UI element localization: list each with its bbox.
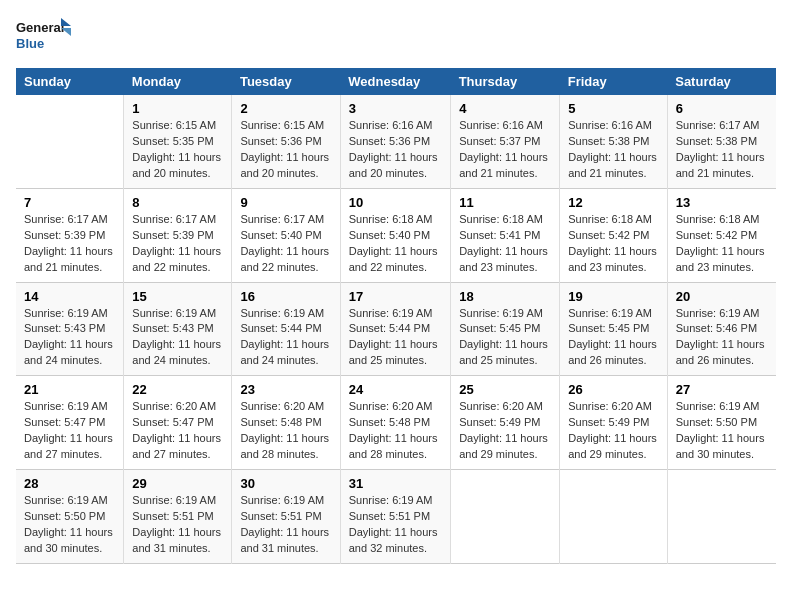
calendar-cell: 14Sunrise: 6:19 AM Sunset: 5:43 PM Dayli…: [16, 282, 124, 376]
calendar-cell: 24Sunrise: 6:20 AM Sunset: 5:48 PM Dayli…: [340, 376, 450, 470]
calendar-cell: 27Sunrise: 6:19 AM Sunset: 5:50 PM Dayli…: [667, 376, 776, 470]
calendar-cell: 26Sunrise: 6:20 AM Sunset: 5:49 PM Dayli…: [560, 376, 668, 470]
day-number: 17: [349, 289, 442, 304]
calendar-cell: 23Sunrise: 6:20 AM Sunset: 5:48 PM Dayli…: [232, 376, 340, 470]
day-number: 29: [132, 476, 223, 491]
calendar-cell: 9Sunrise: 6:17 AM Sunset: 5:40 PM Daylig…: [232, 188, 340, 282]
day-detail: Sunrise: 6:19 AM Sunset: 5:43 PM Dayligh…: [24, 306, 115, 370]
day-number: 21: [24, 382, 115, 397]
column-header-tuesday: Tuesday: [232, 68, 340, 95]
logo: GeneralBlue: [16, 16, 76, 56]
day-number: 5: [568, 101, 659, 116]
day-number: 6: [676, 101, 768, 116]
day-number: 31: [349, 476, 442, 491]
day-detail: Sunrise: 6:17 AM Sunset: 5:38 PM Dayligh…: [676, 118, 768, 182]
calendar-week-row: 21Sunrise: 6:19 AM Sunset: 5:47 PM Dayli…: [16, 376, 776, 470]
day-detail: Sunrise: 6:19 AM Sunset: 5:45 PM Dayligh…: [568, 306, 659, 370]
day-detail: Sunrise: 6:15 AM Sunset: 5:35 PM Dayligh…: [132, 118, 223, 182]
day-detail: Sunrise: 6:19 AM Sunset: 5:44 PM Dayligh…: [349, 306, 442, 370]
day-detail: Sunrise: 6:17 AM Sunset: 5:39 PM Dayligh…: [132, 212, 223, 276]
svg-text:Blue: Blue: [16, 36, 44, 51]
calendar-cell: 20Sunrise: 6:19 AM Sunset: 5:46 PM Dayli…: [667, 282, 776, 376]
day-detail: Sunrise: 6:20 AM Sunset: 5:48 PM Dayligh…: [240, 399, 331, 463]
day-detail: Sunrise: 6:20 AM Sunset: 5:48 PM Dayligh…: [349, 399, 442, 463]
calendar-week-row: 14Sunrise: 6:19 AM Sunset: 5:43 PM Dayli…: [16, 282, 776, 376]
calendar-cell: 22Sunrise: 6:20 AM Sunset: 5:47 PM Dayli…: [124, 376, 232, 470]
calendar-week-row: 1Sunrise: 6:15 AM Sunset: 5:35 PM Daylig…: [16, 95, 776, 188]
page-header: GeneralBlue: [16, 16, 776, 56]
day-number: 9: [240, 195, 331, 210]
calendar-cell: 25Sunrise: 6:20 AM Sunset: 5:49 PM Dayli…: [451, 376, 560, 470]
day-number: 8: [132, 195, 223, 210]
day-number: 14: [24, 289, 115, 304]
calendar-cell: [451, 470, 560, 564]
column-header-monday: Monday: [124, 68, 232, 95]
day-number: 10: [349, 195, 442, 210]
calendar-table: SundayMondayTuesdayWednesdayThursdayFrid…: [16, 68, 776, 564]
column-header-thursday: Thursday: [451, 68, 560, 95]
calendar-cell: 5Sunrise: 6:16 AM Sunset: 5:38 PM Daylig…: [560, 95, 668, 188]
day-detail: Sunrise: 6:19 AM Sunset: 5:51 PM Dayligh…: [240, 493, 331, 557]
column-header-friday: Friday: [560, 68, 668, 95]
calendar-cell: 18Sunrise: 6:19 AM Sunset: 5:45 PM Dayli…: [451, 282, 560, 376]
calendar-cell: 15Sunrise: 6:19 AM Sunset: 5:43 PM Dayli…: [124, 282, 232, 376]
calendar-cell: 7Sunrise: 6:17 AM Sunset: 5:39 PM Daylig…: [16, 188, 124, 282]
day-detail: Sunrise: 6:18 AM Sunset: 5:40 PM Dayligh…: [349, 212, 442, 276]
day-number: 24: [349, 382, 442, 397]
day-number: 28: [24, 476, 115, 491]
calendar-cell: 6Sunrise: 6:17 AM Sunset: 5:38 PM Daylig…: [667, 95, 776, 188]
day-number: 19: [568, 289, 659, 304]
day-number: 7: [24, 195, 115, 210]
day-number: 1: [132, 101, 223, 116]
day-number: 13: [676, 195, 768, 210]
day-number: 22: [132, 382, 223, 397]
calendar-cell: 21Sunrise: 6:19 AM Sunset: 5:47 PM Dayli…: [16, 376, 124, 470]
day-number: 11: [459, 195, 551, 210]
calendar-week-row: 28Sunrise: 6:19 AM Sunset: 5:50 PM Dayli…: [16, 470, 776, 564]
day-detail: Sunrise: 6:19 AM Sunset: 5:51 PM Dayligh…: [349, 493, 442, 557]
day-detail: Sunrise: 6:19 AM Sunset: 5:51 PM Dayligh…: [132, 493, 223, 557]
day-detail: Sunrise: 6:17 AM Sunset: 5:40 PM Dayligh…: [240, 212, 331, 276]
day-detail: Sunrise: 6:20 AM Sunset: 5:47 PM Dayligh…: [132, 399, 223, 463]
day-detail: Sunrise: 6:16 AM Sunset: 5:38 PM Dayligh…: [568, 118, 659, 182]
day-number: 16: [240, 289, 331, 304]
day-number: 15: [132, 289, 223, 304]
day-detail: Sunrise: 6:18 AM Sunset: 5:42 PM Dayligh…: [568, 212, 659, 276]
calendar-cell: 11Sunrise: 6:18 AM Sunset: 5:41 PM Dayli…: [451, 188, 560, 282]
svg-marker-2: [61, 18, 71, 26]
day-number: 2: [240, 101, 331, 116]
day-detail: Sunrise: 6:16 AM Sunset: 5:36 PM Dayligh…: [349, 118, 442, 182]
day-number: 20: [676, 289, 768, 304]
day-number: 25: [459, 382, 551, 397]
day-number: 23: [240, 382, 331, 397]
calendar-cell: 31Sunrise: 6:19 AM Sunset: 5:51 PM Dayli…: [340, 470, 450, 564]
day-detail: Sunrise: 6:19 AM Sunset: 5:46 PM Dayligh…: [676, 306, 768, 370]
calendar-cell: 12Sunrise: 6:18 AM Sunset: 5:42 PM Dayli…: [560, 188, 668, 282]
logo-icon: GeneralBlue: [16, 16, 76, 56]
calendar-week-row: 7Sunrise: 6:17 AM Sunset: 5:39 PM Daylig…: [16, 188, 776, 282]
day-detail: Sunrise: 6:19 AM Sunset: 5:47 PM Dayligh…: [24, 399, 115, 463]
calendar-header-row: SundayMondayTuesdayWednesdayThursdayFrid…: [16, 68, 776, 95]
calendar-cell: 8Sunrise: 6:17 AM Sunset: 5:39 PM Daylig…: [124, 188, 232, 282]
day-detail: Sunrise: 6:20 AM Sunset: 5:49 PM Dayligh…: [568, 399, 659, 463]
column-header-sunday: Sunday: [16, 68, 124, 95]
calendar-cell: 29Sunrise: 6:19 AM Sunset: 5:51 PM Dayli…: [124, 470, 232, 564]
calendar-cell: 1Sunrise: 6:15 AM Sunset: 5:35 PM Daylig…: [124, 95, 232, 188]
day-detail: Sunrise: 6:16 AM Sunset: 5:37 PM Dayligh…: [459, 118, 551, 182]
day-detail: Sunrise: 6:18 AM Sunset: 5:42 PM Dayligh…: [676, 212, 768, 276]
calendar-cell: 10Sunrise: 6:18 AM Sunset: 5:40 PM Dayli…: [340, 188, 450, 282]
day-number: 27: [676, 382, 768, 397]
calendar-cell: 13Sunrise: 6:18 AM Sunset: 5:42 PM Dayli…: [667, 188, 776, 282]
day-detail: Sunrise: 6:19 AM Sunset: 5:44 PM Dayligh…: [240, 306, 331, 370]
day-number: 3: [349, 101, 442, 116]
column-header-saturday: Saturday: [667, 68, 776, 95]
calendar-cell: 3Sunrise: 6:16 AM Sunset: 5:36 PM Daylig…: [340, 95, 450, 188]
calendar-cell: [560, 470, 668, 564]
calendar-cell: [16, 95, 124, 188]
day-detail: Sunrise: 6:15 AM Sunset: 5:36 PM Dayligh…: [240, 118, 331, 182]
calendar-cell: [667, 470, 776, 564]
calendar-cell: 4Sunrise: 6:16 AM Sunset: 5:37 PM Daylig…: [451, 95, 560, 188]
calendar-cell: 2Sunrise: 6:15 AM Sunset: 5:36 PM Daylig…: [232, 95, 340, 188]
calendar-cell: 28Sunrise: 6:19 AM Sunset: 5:50 PM Dayli…: [16, 470, 124, 564]
day-number: 4: [459, 101, 551, 116]
